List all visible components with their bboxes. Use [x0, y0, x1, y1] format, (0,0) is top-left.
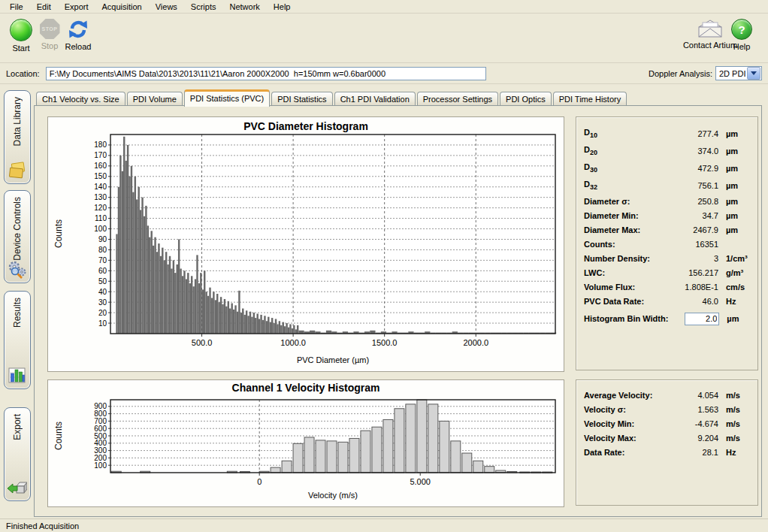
- sidebar-item-device-controls[interactable]: Device Controls: [4, 190, 31, 283]
- tab-ch1-velocity-vs-size[interactable]: Ch1 Velocity vs. Size: [36, 92, 125, 106]
- status-bar: Finished Acquisition: [0, 518, 768, 532]
- pvc-stat-row-10: Volume Flux:1.808E-1cm/s: [576, 280, 757, 294]
- menu-export[interactable]: Export: [58, 1, 95, 13]
- svg-text:180: 180: [94, 141, 107, 149]
- pvc-stat-row-3: D32756.1µm: [576, 177, 757, 194]
- menu-scripts[interactable]: Scripts: [184, 1, 223, 13]
- tab-pdi-statistics-pvc[interactable]: PDI Statistics (PVC): [184, 89, 270, 107]
- svg-text:30: 30: [98, 298, 107, 307]
- svg-text:80: 80: [98, 246, 107, 254]
- gears-icon: [8, 261, 27, 279]
- pvc-stat-unit-0: µm: [718, 129, 753, 138]
- velocity-stat-label-3: Velocity Max:: [584, 434, 667, 443]
- tab-processor-settings[interactable]: Processor Settings: [417, 92, 498, 106]
- pvc-stat-row-2: D30472.9µm: [576, 159, 757, 177]
- doppler-analysis-select[interactable]: 2D PDI: [715, 66, 762, 80]
- svg-text:600: 600: [94, 425, 107, 433]
- toolbar: Start STOP Stop Reload Contact Artium: [0, 14, 768, 63]
- svg-text:10: 10: [98, 319, 107, 328]
- pvc-stat-row-6: Diameter Max:2467.9µm: [576, 222, 757, 237]
- dropdown-button[interactable]: [747, 67, 760, 80]
- pvc-stat-unit-5: µm: [718, 211, 753, 220]
- svg-text:90: 90: [98, 235, 107, 243]
- velocity-stat-value-4: 28.1: [667, 448, 718, 457]
- velocity-stat-unit-0: m/s: [718, 391, 753, 400]
- export-icon: [7, 479, 27, 497]
- pvc-stat-label-2: D30: [584, 162, 667, 174]
- svg-text:700: 700: [94, 417, 107, 425]
- pvc-stat-label-6: Diameter Max:: [584, 225, 667, 234]
- histogram-bin-width-input[interactable]: [685, 313, 719, 325]
- menu-acquisition[interactable]: Acquisition: [95, 1, 149, 13]
- tab-ch1-pdi-validation[interactable]: Ch1 PDI Validation: [334, 92, 416, 106]
- svg-text:100: 100: [94, 225, 107, 233]
- pvc-stat-row-7: Counts:16351: [576, 237, 757, 251]
- doppler-analysis-value: 2D PDI: [716, 69, 746, 78]
- svg-text:1000.0: 1000.0: [280, 338, 306, 347]
- sidebar-label-results: Results: [12, 298, 23, 328]
- menu-network[interactable]: Network: [222, 1, 266, 13]
- pvc-stat-row-1: D20374.0µm: [576, 142, 757, 159]
- velocity-stat-value-0: 4.054: [667, 391, 718, 400]
- velocity-chart-xlabel: Velocity (m/s): [110, 491, 555, 500]
- pvc-stat-label-0: D10: [584, 128, 667, 139]
- velocity-stat-row-3: Velocity Max:9.204m/s: [576, 431, 757, 445]
- pvc-stat-row-12: Histogram Bin Width:µm: [576, 310, 757, 327]
- pvc-stat-row-8: Number Density:31/cm³: [576, 251, 757, 265]
- velocity-stat-row-2: Velocity Min:-4.674m/s: [576, 416, 757, 431]
- svg-text:400: 400: [94, 439, 107, 447]
- velocity-stat-unit-1: m/s: [718, 405, 753, 414]
- velocity-stat-value-2: -4.674: [667, 419, 718, 428]
- velocity-statistics-panel: Average Velocity:4.054m/sVelocity σ:1.56…: [576, 379, 758, 506]
- tab-pdi-optics[interactable]: PDI Optics: [500, 92, 552, 106]
- svg-text:70: 70: [98, 256, 107, 264]
- svg-text:300: 300: [94, 446, 107, 455]
- status-text: Finished Acquisition: [6, 521, 79, 530]
- tab-pdi-statistics[interactable]: PDI Statistics: [271, 92, 332, 106]
- velocity-histogram-box: Channel 1 Velocity Histogram Counts 05.0…: [47, 379, 564, 507]
- stop-label: Stop: [41, 41, 59, 50]
- menu-help[interactable]: Help: [267, 1, 298, 13]
- pvc-stat-label-8: Number Density:: [584, 254, 667, 263]
- pvc-stat-row-5: Diameter Min:34.7µm: [576, 208, 757, 222]
- pvc-stat-unit-8: 1/cm³: [718, 254, 753, 263]
- svg-text:500.0: 500.0: [192, 338, 213, 347]
- pvc-stat-value-2: 472.9: [667, 164, 718, 173]
- sidebar-item-results[interactable]: Results: [4, 291, 31, 389]
- tab-bar: Ch1 Velocity vs. Size PDI Volume PDI Sta…: [36, 89, 628, 106]
- help-button[interactable]: ? Help: [724, 19, 759, 51]
- menu-views[interactable]: Views: [149, 1, 184, 13]
- pvc-diameter-histogram-box: PVC Diameter Histogram Counts 500.01000.…: [47, 116, 564, 372]
- svg-text:1500.0: 1500.0: [372, 338, 398, 347]
- pvc-stat-value-9: 156.217: [667, 268, 718, 277]
- pvc-stat-unit-12: µm: [719, 314, 754, 323]
- pvc-stat-label-9: LWC:: [584, 268, 667, 277]
- svg-text:60: 60: [98, 267, 107, 275]
- velocity-stat-unit-4: Hz: [718, 448, 753, 457]
- tab-pdi-time-history[interactable]: PDI Time History: [553, 92, 627, 106]
- tab-panel-pdi-statistics-pvc: PVC Diameter Histogram Counts 500.01000.…: [34, 105, 762, 517]
- svg-text:2000.0: 2000.0: [463, 338, 488, 347]
- svg-text:100: 100: [94, 461, 107, 470]
- sidebar: Data Library Device Controls Results: [0, 84, 34, 518]
- pvc-stat-label-10: Volume Flux:: [584, 283, 667, 292]
- menu-edit[interactable]: Edit: [30, 1, 58, 13]
- location-bar: Location: Doppler Analysis: 2D PDI: [0, 63, 768, 84]
- pvc-stat-label-7: Counts:: [584, 240, 667, 249]
- pvc-stat-row-11: PVC Data Rate:46.0Hz: [576, 294, 757, 308]
- sidebar-item-export[interactable]: Export: [4, 407, 31, 501]
- reload-button[interactable]: Reload: [57, 19, 99, 51]
- menu-file[interactable]: File: [3, 1, 30, 13]
- sidebar-item-data-library[interactable]: Data Library: [4, 90, 31, 184]
- reload-label: Reload: [65, 42, 92, 51]
- tab-pdi-volume[interactable]: PDI Volume: [127, 92, 183, 106]
- pvc-statistics-panel: D10277.4µmD20374.0µmD30472.9µmD32756.1µm…: [576, 116, 758, 370]
- pvc-stat-unit-3: µm: [718, 181, 753, 190]
- location-input[interactable]: [46, 67, 486, 80]
- chevron-down-icon: [751, 71, 757, 75]
- folders-icon: [8, 162, 27, 180]
- menu-bar: File Edit Export Acquisition Views Scrip…: [0, 0, 768, 14]
- pvc-stat-label-5: Diameter Min:: [584, 211, 667, 220]
- velocity-stat-row-4: Data Rate:28.1Hz: [576, 445, 757, 459]
- velocity-stat-label-4: Data Rate:: [584, 448, 667, 457]
